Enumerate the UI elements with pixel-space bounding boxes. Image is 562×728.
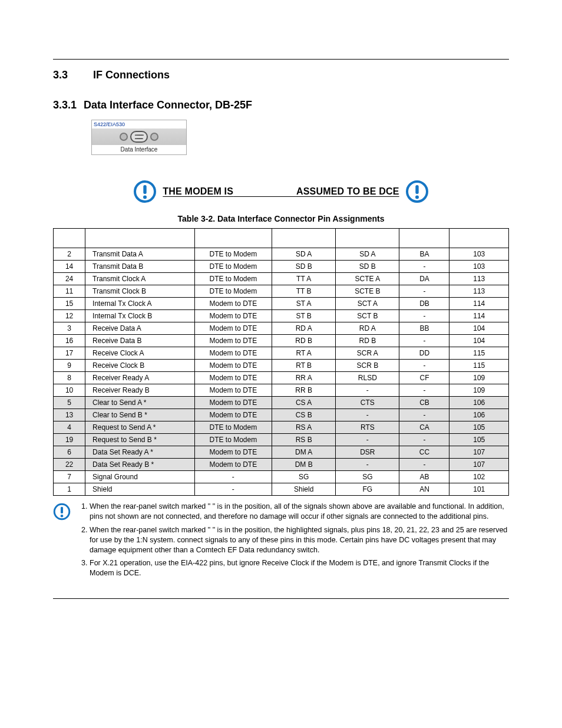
cell-c6: -: [399, 310, 449, 322]
cell-c7: 105: [449, 434, 509, 446]
table-header: [449, 229, 509, 248]
cell-c7: 115: [449, 347, 509, 360]
cell-c4: DM B: [272, 459, 336, 471]
cell-c4: TT B: [272, 285, 336, 298]
svg-rect-4: [415, 185, 418, 194]
dce-warning-row: THE MODEM IS ASSUMED TO BE DCE: [53, 180, 509, 203]
cell-pin: 15: [54, 298, 85, 310]
cell-dir: Modem to DTE: [194, 446, 272, 459]
cell-c5: DSR: [336, 446, 399, 459]
cell-c7: 107: [449, 459, 509, 471]
db25-port-icon: •••••••••••••••••••••••••: [130, 131, 148, 143]
cell-pin: 1: [54, 483, 85, 496]
cell-desc: Receive Data A: [85, 322, 195, 335]
cell-dir: Modem to DTE: [194, 298, 272, 310]
table-row: 12Internal Tx Clock BModem to DTEST BSCT…: [54, 310, 509, 322]
cell-c4: RR A: [272, 372, 336, 384]
cell-c5: -: [336, 459, 399, 471]
cell-pin: 12: [54, 310, 85, 322]
table-row: 7Signal Ground-SGSGAB102: [54, 471, 509, 483]
cell-c6: -: [399, 384, 449, 397]
warning-right: ASSUMED TO BE DCE: [296, 186, 399, 196]
cell-desc: Clear to Send B *: [85, 409, 195, 421]
cell-desc: Transmit Clock B: [85, 285, 195, 298]
cell-c6: BB: [399, 322, 449, 335]
cell-c5: SCT B: [336, 310, 399, 322]
cell-pin: 16: [54, 335, 85, 347]
cell-dir: DTE to Modem: [194, 434, 272, 446]
cell-pin: 13: [54, 409, 85, 421]
screw-right-icon: [150, 133, 158, 141]
cell-c7: 106: [449, 397, 509, 409]
cell-pin: 11: [54, 285, 85, 298]
cell-c6: -: [399, 335, 449, 347]
cell-c5: FG: [336, 483, 399, 496]
cell-dir: DTE to Modem: [194, 248, 272, 261]
cell-c6: DD: [399, 347, 449, 360]
cell-c4: CS B: [272, 409, 336, 421]
cell-c4: SD B: [272, 261, 336, 273]
cell-pin: 7: [54, 471, 85, 483]
warning-text: THE MODEM IS ASSUMED TO BE DCE: [163, 186, 399, 197]
cell-c5: SD A: [336, 248, 399, 261]
cell-c7: 114: [449, 310, 509, 322]
pin-assignments-table: 2Transmit Data ADTE to ModemSD ASD ABA10…: [53, 228, 509, 496]
cell-c6: -: [399, 459, 449, 471]
table-row: 9Receive Clock BModem to DTERT BSCR B-11…: [54, 360, 509, 372]
table-row: 16Receive Data BModem to DTERD BRD B-104: [54, 335, 509, 347]
cell-c6: CA: [399, 421, 449, 434]
cell-c7: 102: [449, 471, 509, 483]
cell-c6: CB: [399, 397, 449, 409]
table-row: 10Receiver Ready BModem to DTERR B--109: [54, 384, 509, 397]
cell-c5: SG: [336, 471, 399, 483]
cell-c4: TT A: [272, 273, 336, 285]
cell-c5: RD A: [336, 322, 399, 335]
document-page: 3.3IF Connections 3.3.1Data Interface Co…: [0, 0, 562, 728]
table-header: [399, 229, 449, 248]
screw-left-icon: [120, 133, 128, 141]
info-warning-icon: [53, 503, 71, 521]
cell-dir: DTE to Modem: [194, 273, 272, 285]
cell-pin: 6: [54, 446, 85, 459]
cell-desc: Receive Clock A: [85, 347, 195, 360]
cell-c7: 103: [449, 261, 509, 273]
cell-c4: RD A: [272, 322, 336, 335]
cell-c4: RR B: [272, 384, 336, 397]
cell-c4: RS A: [272, 421, 336, 434]
cell-c7: 104: [449, 335, 509, 347]
cell-c6: CF: [399, 372, 449, 384]
cell-desc: Receive Data B: [85, 335, 195, 347]
cell-desc: Receiver Ready B: [85, 384, 195, 397]
cell-c5: RLSD: [336, 372, 399, 384]
cell-c4: RD B: [272, 335, 336, 347]
cell-c6: BA: [399, 248, 449, 261]
cell-c6: DA: [399, 273, 449, 285]
cell-pin: 9: [54, 360, 85, 372]
cell-desc: Internal Tx Clock B: [85, 310, 195, 322]
cell-c5: SCT A: [336, 298, 399, 310]
svg-rect-1: [144, 185, 147, 194]
cell-c6: -: [399, 360, 449, 372]
cell-c7: 104: [449, 322, 509, 335]
cell-c6: CC: [399, 446, 449, 459]
cell-c7: 115: [449, 360, 509, 372]
warning-left: THE MODEM IS: [163, 186, 233, 196]
cell-c4: RT B: [272, 360, 336, 372]
cell-pin: 19: [54, 434, 85, 446]
cell-desc: Transmit Clock A: [85, 273, 195, 285]
table-row: 22Data Set Ready B *Modem to DTEDM B--10…: [54, 459, 509, 471]
cell-desc: Shield: [85, 483, 195, 496]
cell-dir: DTE to Modem: [194, 261, 272, 273]
cell-c6: -: [399, 285, 449, 298]
cell-pin: 5: [54, 397, 85, 409]
cell-c4: Shield: [272, 483, 336, 496]
cell-c5: -: [336, 434, 399, 446]
cell-c6: DB: [399, 298, 449, 310]
subsection-heading: 3.3.1Data Interface Connector, DB-25F: [53, 99, 509, 111]
table-header: [85, 229, 195, 248]
cell-pin: 10: [54, 384, 85, 397]
section-title: IF Connections: [93, 69, 170, 81]
cell-desc: Transmit Data B: [85, 261, 195, 273]
cell-pin: 17: [54, 347, 85, 360]
cell-c6: AB: [399, 471, 449, 483]
